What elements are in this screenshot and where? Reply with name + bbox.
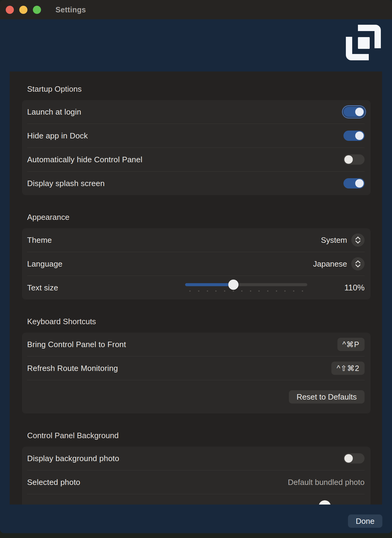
row-label: Bring Control Panel to Front [27, 340, 126, 349]
reset-to-defaults-button[interactable]: Reset to Defaults [289, 390, 365, 404]
settings-card: Display background photo Selected photo … [22, 447, 371, 505]
section-title: Appearance [27, 213, 371, 221]
settings-section: Appearance Theme System Language Japanes… [22, 213, 371, 299]
row-label: Language [27, 259, 62, 269]
toggle-switch[interactable] [343, 131, 365, 141]
row-label: Display splash screen [27, 179, 105, 188]
row-label: Launch at login [27, 107, 81, 117]
row-value: Default bundled photo [288, 478, 365, 487]
row-label: Display background photo [27, 454, 119, 463]
settings-row: Display background photo [22, 447, 371, 470]
dropdown-value: System [321, 236, 347, 245]
row-label: Automatically hide Control Panel [27, 155, 142, 164]
chevron-up-down-icon [355, 260, 361, 268]
section-title: Keyboard Shortcuts [27, 318, 371, 325]
settings-row [22, 494, 371, 505]
settings-card: Launch at login Hide app in Dock Automat… [22, 100, 371, 195]
settings-row: Display splash screen [22, 172, 371, 195]
settings-row: Reset to Defaults [22, 380, 371, 413]
title-bar: Settings [0, 0, 392, 19]
settings-section: Control Panel Background Display backgro… [22, 432, 371, 505]
settings-card: Theme System Language Japanese Text size [22, 228, 371, 299]
window-body: Startup Options Launch at login Hide app… [0, 19, 392, 533]
app-logo-icon [346, 25, 381, 60]
settings-row: Theme System [22, 228, 371, 252]
section-title: Control Panel Background [27, 432, 371, 439]
settings-section: Startup Options Launch at login Hide app… [22, 85, 371, 195]
toggle-knob [355, 108, 364, 116]
slider-fill [185, 283, 233, 286]
settings-row: Refresh Route Monitoring ^⇧⌘2 [22, 356, 371, 380]
section-title: Startup Options [27, 85, 371, 93]
settings-section: Keyboard Shortcuts Bring Control Panel t… [22, 318, 371, 413]
zoom-button[interactable] [33, 6, 41, 14]
settings-scroll-area[interactable]: Startup Options Launch at login Hide app… [10, 71, 382, 505]
row-label: Theme [27, 236, 52, 245]
window-title: Settings [55, 5, 86, 14]
minimize-button[interactable] [19, 6, 27, 14]
row-label: Hide app in Dock [27, 131, 88, 141]
done-button[interactable]: Done [348, 514, 382, 528]
toggle-knob [355, 179, 364, 188]
slider-knob[interactable] [228, 280, 239, 290]
toggle-knob [344, 454, 353, 463]
toggle-knob [344, 155, 353, 164]
photo-picker-button[interactable] [319, 500, 331, 505]
settings-row: Launch at login [22, 100, 371, 124]
close-button[interactable] [6, 6, 14, 14]
text-size-slider[interactable] [185, 281, 307, 295]
row-label: Selected photo [27, 478, 80, 487]
settings-row: Hide app in Dock [22, 124, 371, 147]
toggle-switch[interactable] [343, 107, 365, 117]
slider-value: 110% [307, 283, 365, 293]
dropdown-button[interactable] [351, 233, 365, 247]
row-label: Refresh Route Monitoring [27, 364, 118, 373]
toggle-switch[interactable] [343, 154, 365, 165]
settings-row: Bring Control Panel to Front ^⌘P [22, 333, 371, 356]
toggle-switch[interactable] [343, 178, 365, 188]
settings-row: Text size 110% [22, 276, 371, 299]
settings-row: Selected photo Default bundled photo [22, 470, 371, 494]
toggle-knob [355, 131, 364, 140]
settings-window: Settings Startup Options Launch at login… [0, 0, 392, 533]
slider-ticks [185, 290, 307, 292]
keyboard-shortcut-badge[interactable]: ^⇧⌘2 [331, 362, 365, 375]
keyboard-shortcut-badge[interactable]: ^⌘P [337, 338, 365, 351]
chevron-up-down-icon [355, 236, 361, 244]
dropdown-value: Japanese [313, 259, 347, 269]
settings-row: Automatically hide Control Panel [22, 148, 371, 171]
toggle-switch[interactable] [343, 453, 365, 464]
settings-row: Language Japanese [22, 252, 371, 276]
settings-card: Bring Control Panel to Front ^⌘P Refresh… [22, 333, 371, 413]
row-label: Text size [27, 283, 58, 293]
dropdown-button[interactable] [351, 257, 365, 271]
